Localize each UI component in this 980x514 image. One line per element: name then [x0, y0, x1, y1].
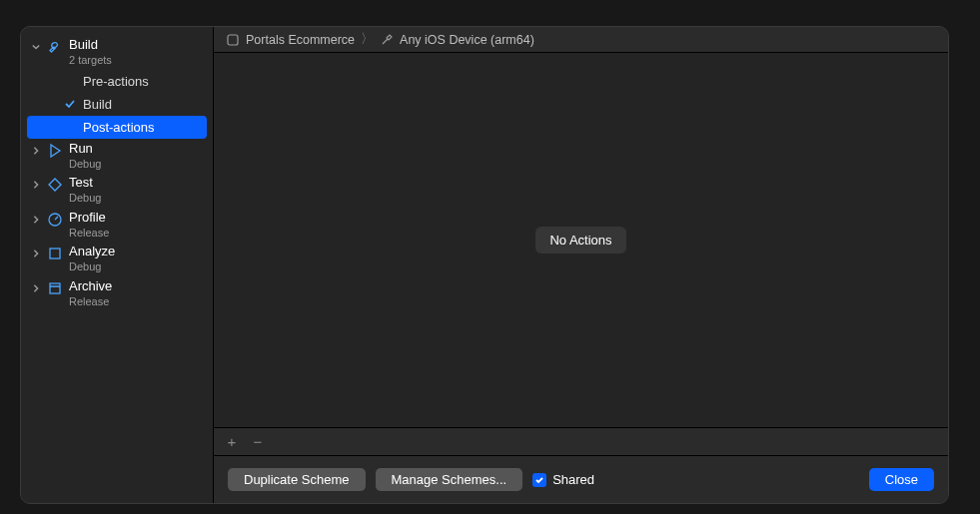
remove-action-button[interactable]: −	[250, 434, 266, 449]
sidebar-item-sublabel: Debug	[69, 192, 101, 205]
sidebar-child-pre-actions[interactable]: Pre-actions	[27, 70, 207, 93]
sidebar-item-test[interactable]: Test Debug	[21, 173, 213, 208]
sidebar-item-label: Analyze	[69, 245, 115, 259]
chevron-right-icon[interactable]	[31, 180, 41, 190]
add-remove-toolbar: + −	[214, 427, 948, 455]
sidebar-item-sublabel: 2 targets	[69, 54, 112, 67]
sidebar-item-label: Build	[83, 97, 112, 112]
sidebar-item-label: Archive	[69, 279, 112, 294]
duplicate-scheme-button[interactable]: Duplicate Scheme	[228, 468, 366, 491]
sidebar-item-sublabel: Debug	[69, 158, 101, 171]
main-panel: Portals Ecommerce 〉 Any iOS Device (arm6…	[213, 27, 948, 503]
sidebar-item-label: Pre-actions	[83, 74, 149, 89]
chevron-right-icon[interactable]	[31, 215, 41, 225]
sidebar-item-sublabel: Release	[69, 227, 109, 240]
sidebar-item-run[interactable]: Run Debug	[21, 139, 213, 174]
scheme-editor-sheet: Build 2 targets Pre-actions Build Post-a…	[20, 26, 949, 504]
chevron-down-icon[interactable]	[31, 42, 41, 52]
breadcrumb-project[interactable]: Portals Ecommerce	[246, 33, 355, 47]
empty-state-label: No Actions	[535, 227, 625, 254]
wrench-icon	[47, 39, 63, 55]
sidebar-item-profile[interactable]: Profile Release	[21, 208, 213, 243]
chevron-right-icon[interactable]	[31, 283, 41, 293]
breadcrumb-target[interactable]: Any iOS Device (arm64)	[400, 33, 534, 47]
sidebar-item-archive[interactable]: Archive Release	[21, 276, 213, 311]
close-button[interactable]: Close	[869, 468, 934, 491]
svg-rect-1	[50, 249, 60, 258]
breadcrumb: Portals Ecommerce 〉 Any iOS Device (arm6…	[214, 27, 948, 53]
test-diamond-icon	[47, 177, 63, 193]
sidebar-item-label: Run	[69, 142, 101, 157]
analyze-icon	[47, 246, 63, 261]
checkbox-checked-icon	[532, 473, 546, 487]
sidebar-item-label: Test	[69, 176, 101, 191]
sidebar-item-analyze[interactable]: Analyze Debug	[21, 242, 213, 276]
svg-rect-2	[50, 283, 60, 293]
svg-rect-3	[228, 35, 238, 45]
manage-schemes-button[interactable]: Manage Schemes...	[376, 468, 523, 491]
play-icon	[47, 143, 63, 159]
shared-checkbox[interactable]: Shared	[532, 472, 594, 487]
chevron-right-icon[interactable]	[31, 249, 41, 258]
sidebar-child-post-actions[interactable]: Post-actions	[27, 116, 207, 139]
scheme-sidebar: Build 2 targets Pre-actions Build Post-a…	[21, 27, 213, 503]
sidebar-item-build[interactable]: Build 2 targets	[21, 35, 213, 70]
sidebar-item-label: Profile	[69, 211, 109, 226]
app-icon	[226, 33, 240, 47]
sidebar-item-label: Post-actions	[83, 120, 155, 135]
hammer-icon	[380, 33, 394, 47]
actions-content-area: No Actions	[214, 53, 948, 427]
sheet-footer: Duplicate Scheme Manage Schemes... Share…	[214, 455, 948, 503]
checkmark-icon	[63, 98, 77, 110]
archive-icon	[47, 280, 63, 296]
sidebar-item-sublabel: Debug	[69, 260, 115, 273]
shared-label: Shared	[552, 472, 594, 487]
sidebar-item-label: Build	[69, 38, 112, 53]
chevron-right-icon: 〉	[361, 31, 374, 48]
chevron-right-icon[interactable]	[31, 146, 41, 156]
add-action-button[interactable]: +	[224, 434, 240, 449]
gauge-icon	[47, 212, 63, 228]
sidebar-item-sublabel: Release	[69, 295, 112, 308]
sidebar-child-build[interactable]: Build	[27, 93, 207, 116]
